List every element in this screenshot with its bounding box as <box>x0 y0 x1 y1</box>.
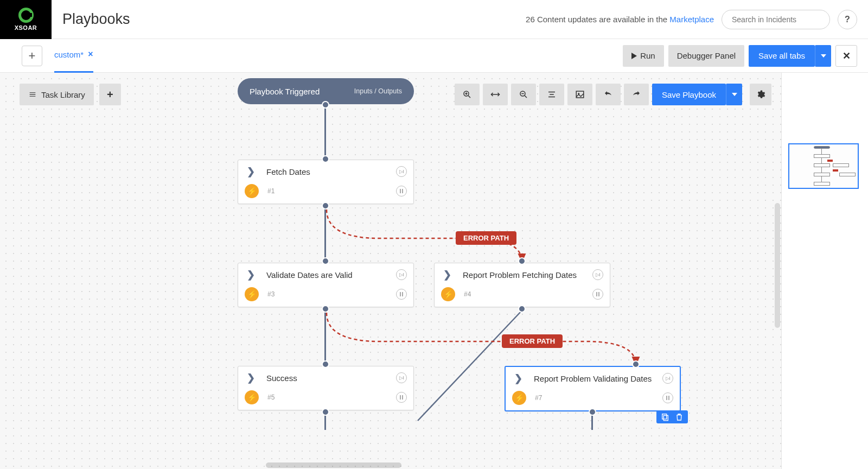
undo-button[interactable] <box>596 84 621 105</box>
playbook-tab[interactable]: custom* × <box>54 39 93 73</box>
gear-icon <box>756 90 765 99</box>
brand-name: XSOAR <box>15 24 37 31</box>
chevron-right-icon: ❯ <box>245 166 257 178</box>
node-actions-bar <box>656 410 688 423</box>
search-input[interactable] <box>722 10 830 29</box>
task-library-label: Task Library <box>41 90 85 99</box>
connector-line <box>591 414 593 430</box>
playbook-canvas[interactable]: Task Library + Save Playbook Playbook Tr… <box>0 73 781 469</box>
top-header: XSOAR Playbooks 26 Content updates are a… <box>0 0 868 39</box>
zoom-in-button[interactable] <box>455 84 480 105</box>
redo-button[interactable] <box>624 84 649 105</box>
align-button[interactable] <box>539 84 564 105</box>
debugger-panel-button[interactable]: Debugger Panel <box>668 45 744 67</box>
connector-line <box>324 414 326 430</box>
step-over-icon[interactable]: ▷I <box>396 269 407 280</box>
connector-dot[interactable] <box>322 202 329 210</box>
subheader: + custom* × Run Debugger Panel Save all … <box>0 39 868 73</box>
align-icon <box>547 90 557 99</box>
connector-dot[interactable] <box>322 155 329 163</box>
connector-dot[interactable] <box>322 101 329 109</box>
bolt-icon: ⚡ <box>245 287 259 301</box>
minimap[interactable] <box>788 143 859 189</box>
play-icon <box>631 53 637 59</box>
task-node-fetch-dates[interactable]: ❯ Fetch Dates ▷I ⚡ #1 <box>238 160 414 204</box>
pause-icon[interactable] <box>592 289 603 300</box>
zoom-out-icon <box>519 90 528 99</box>
svg-rect-16 <box>662 414 667 419</box>
save-playbook-button[interactable]: Save Playbook <box>652 84 726 105</box>
save-playbook-dropdown[interactable] <box>726 84 742 105</box>
pause-icon[interactable] <box>396 289 407 300</box>
run-button[interactable]: Run <box>623 45 664 67</box>
bolt-icon: ⚡ <box>441 287 455 301</box>
save-all-tabs-button[interactable]: Save all tabs <box>749 45 815 67</box>
connector-dot[interactable] <box>322 360 329 368</box>
fit-width-button[interactable] <box>483 84 508 105</box>
trigger-node[interactable]: Playbook Triggered Inputs / Outputs <box>238 78 414 104</box>
library-icon <box>28 90 37 99</box>
svg-line-6 <box>525 96 527 98</box>
zoom-in-icon <box>462 90 472 99</box>
chevron-right-icon: ❯ <box>441 269 453 281</box>
task-number: #4 <box>464 290 592 298</box>
help-button[interactable]: ? <box>838 10 857 29</box>
error-connector <box>326 312 640 371</box>
marketplace-link[interactable]: Marketplace <box>669 15 714 24</box>
canvas-toolbar-left: Task Library + <box>20 84 121 105</box>
close-tab-icon[interactable]: × <box>88 49 93 59</box>
chevron-right-icon: ❯ <box>245 269 257 281</box>
zoom-out-button[interactable] <box>511 84 536 105</box>
page-title: Playbooks <box>62 11 130 28</box>
close-panel-button[interactable]: ✕ <box>835 45 857 67</box>
connector-dot[interactable] <box>322 305 329 313</box>
task-library-button[interactable]: Task Library <box>20 84 94 105</box>
task-number: #7 <box>535 394 662 402</box>
settings-button[interactable] <box>750 84 771 105</box>
fit-width-icon <box>490 91 500 98</box>
connector-dot[interactable] <box>518 305 526 313</box>
vertical-scrollbar[interactable] <box>775 203 780 328</box>
help-icon: ? <box>845 15 850 24</box>
step-over-icon[interactable]: ▷I <box>662 373 673 384</box>
add-tab-button[interactable]: + <box>22 46 42 66</box>
step-over-icon[interactable]: ▷I <box>396 166 407 177</box>
connector-dot[interactable] <box>322 408 329 416</box>
undo-icon <box>603 90 613 99</box>
task-title: Fetch Dates <box>266 167 396 176</box>
connector-dot[interactable] <box>322 257 329 265</box>
bolt-icon: ⚡ <box>245 390 259 404</box>
connector-dot[interactable] <box>589 408 596 416</box>
redo-icon <box>631 90 641 99</box>
pause-icon[interactable] <box>662 392 673 403</box>
copy-icon[interactable] <box>661 413 669 421</box>
brand-logo: XSOAR <box>0 0 52 39</box>
step-over-icon[interactable]: ▷I <box>592 269 603 280</box>
add-task-button[interactable]: + <box>99 84 121 105</box>
task-node-success[interactable]: ❯ Success ▷I ⚡ #5 <box>238 366 414 410</box>
bolt-icon: ⚡ <box>245 184 259 198</box>
save-all-tabs-dropdown[interactable] <box>815 45 831 67</box>
run-label: Run <box>640 51 655 60</box>
image-button[interactable] <box>567 84 592 105</box>
horizontal-scrollbar[interactable] <box>266 462 401 468</box>
task-title: Validate Dates are Valid <box>266 270 396 280</box>
svg-rect-17 <box>663 415 668 420</box>
connector-line <box>324 105 326 160</box>
task-node-report-fetching[interactable]: ❯ Report Problem Fetching Dates ▷I ⚡ #4 <box>434 263 610 307</box>
task-node-validate-dates[interactable]: ❯ Validate Dates are Valid ▷I ⚡ #3 <box>238 263 414 307</box>
pause-icon[interactable] <box>396 392 407 403</box>
task-node-report-validating[interactable]: ❯ Report Problem Validating Dates ▷I ⚡ #… <box>505 366 681 411</box>
connector-dot[interactable] <box>632 360 640 368</box>
pause-icon[interactable] <box>396 186 407 197</box>
chevron-right-icon: ❯ <box>245 372 257 384</box>
canvas-toolbar-right: Save Playbook <box>455 84 771 105</box>
svg-line-1 <box>468 96 470 98</box>
chevron-down-icon <box>732 93 737 96</box>
task-number: #1 <box>267 187 396 195</box>
minimap-panel <box>781 73 868 469</box>
task-number: #5 <box>267 394 396 401</box>
step-over-icon[interactable]: ▷I <box>396 372 407 383</box>
delete-icon[interactable] <box>675 413 684 421</box>
connector-dot[interactable] <box>518 257 526 265</box>
